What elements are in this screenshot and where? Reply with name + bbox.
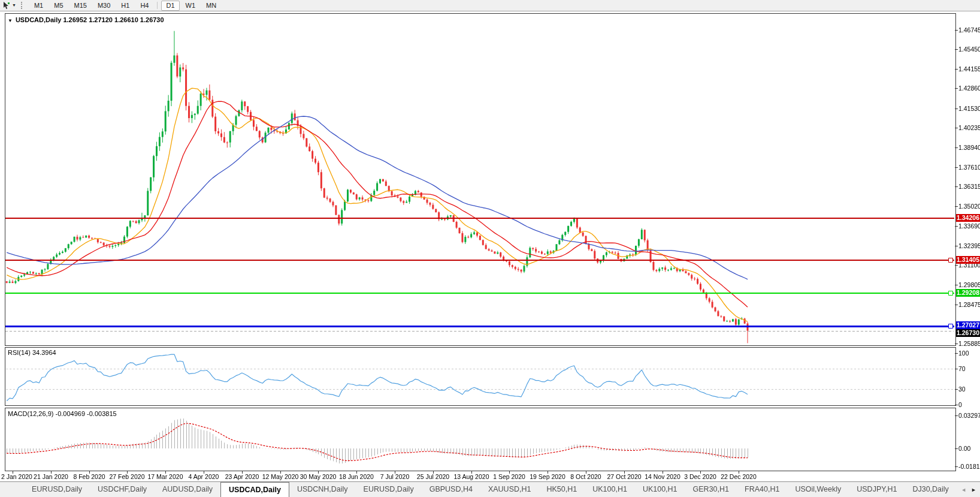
price-tick-label: 1.38940 (958, 144, 980, 151)
timeframe-button-h1[interactable]: H1 (116, 1, 134, 11)
timeframe-button-h4[interactable]: H4 (135, 1, 153, 11)
chart-tab-uk100-h1[interactable]: UK100,H1 (635, 482, 685, 497)
axis-tick (955, 226, 958, 227)
chart-title: ▼USDCAD,Daily 1.26952 1.27120 1.26610 1.… (8, 16, 164, 23)
chart-tab-usdcnh-daily[interactable]: USDCNH,Daily (289, 482, 356, 497)
axis-tick (955, 448, 958, 449)
timeframe-button-m15[interactable]: M15 (69, 1, 92, 11)
rsi-indicator-label: RSI(14) 34.3964 (8, 349, 56, 356)
axis-tick (955, 265, 958, 266)
tab-scroll-right-icon[interactable]: ► (971, 483, 976, 497)
timeframe-button-d1[interactable]: D1 (161, 1, 179, 11)
date-tick-label: 18 Jun 2020 (339, 473, 374, 480)
date-tick-label: 1 Sep 2020 (493, 473, 525, 480)
axis-tick (955, 128, 958, 128)
axis-tick (955, 69, 958, 70)
macd-level-label: 0.00 (958, 445, 970, 452)
date-tick-label: 27 Feb 2020 (110, 473, 145, 480)
axis-tick (955, 466, 958, 467)
chart-tab-xauusd-h1[interactable]: XAUUSD,H1 (480, 482, 539, 497)
hline-price-badge[interactable]: 1.27027 (956, 321, 980, 329)
timeframe-button-w1[interactable]: W1 (181, 1, 201, 11)
date-tick-label: 3 Dec 2020 (684, 473, 716, 480)
tab-scroll-left-icon[interactable]: ◄ (961, 483, 966, 497)
chart-tab-eurusd-daily[interactable]: EURUSD,Daily (24, 482, 90, 497)
axis-tick (955, 285, 958, 285)
axis-tick (955, 109, 958, 109)
chart-tab-eurusd-daily[interactable]: EURUSD,Daily (356, 482, 422, 497)
axis-tick (955, 415, 958, 416)
date-tick-label: 23 Apr 2020 (225, 473, 259, 480)
tab-scroll-controls: ◄ ► (950, 483, 980, 497)
chart-tabs: EURUSD,DailyUSDCHF,DailyAUDUSD,DailyUSDC… (0, 482, 980, 497)
toolbar-grip[interactable] (21, 2, 25, 9)
mt4-window: ▼ M1M5M15M30H1H4D1W1MN ▼USDCAD,Daily 1.2… (0, 0, 980, 497)
date-tick-label: 8 Oct 2020 (570, 473, 601, 480)
axis-tick (955, 186, 958, 187)
rsi-level-label: 30 (958, 385, 966, 393)
date-tick-label: 7 Jul 2020 (380, 473, 409, 480)
chart-tab-fra40-h1[interactable]: FRA40,H1 (737, 482, 787, 497)
macd-level-label: 0.032972 (958, 412, 980, 419)
price-tick-label: 1.25885 (958, 340, 980, 347)
rsi-level-label: 100 (958, 350, 969, 357)
price-tick-label: 1.46745 (958, 26, 980, 34)
price-tick-label: 1.29805 (958, 281, 980, 288)
date-tick-label: 8 Feb 2020 (73, 473, 105, 480)
current-price-badge: 1.26730 (956, 329, 980, 337)
cursor-icon-glyph (3, 2, 10, 10)
rsi-level-label: 0 (958, 401, 962, 408)
axis-tick (955, 389, 958, 390)
date-tick-label: 13 Aug 2020 (454, 473, 489, 480)
chart-tab-hk50-h1[interactable]: HK50,H1 (539, 482, 585, 497)
price-tick-label: 1.41530 (958, 105, 980, 112)
rsi-level-label: 70 (958, 365, 966, 372)
axis-tick (955, 167, 958, 168)
date-tick-label: 4 Apr 2020 (189, 473, 219, 480)
macd-level-label: -0.018154 (958, 463, 980, 470)
chart-tab-audusd-daily[interactable]: AUDUSD,Daily (155, 482, 220, 497)
chevron-down-icon[interactable]: ▼ (12, 1, 16, 10)
chart-tab-dj30-daily[interactable]: DJ30,Daily (905, 482, 956, 497)
axis-tick (955, 147, 958, 148)
price-tick-label: 1.35020 (958, 203, 980, 210)
chart-title-text: USDCAD,Daily 1.26952 1.27120 1.26610 1.2… (16, 16, 164, 23)
chart-tab-usdchf-daily[interactable]: USDCHF,Daily (90, 482, 155, 497)
timeframe-button-m1[interactable]: M1 (29, 1, 48, 11)
date-tick-label: 17 Mar 2020 (148, 473, 183, 480)
axis-tick (955, 30, 958, 31)
price-tick-label: 1.45450 (958, 46, 980, 53)
chart-tab-usdcad-daily[interactable]: USDCAD,Daily (220, 482, 289, 497)
toolbar-separator (157, 2, 158, 9)
chart-tab-uk100-h1[interactable]: UK100,H1 (585, 482, 635, 497)
macd-indicator-label: MACD(12,26,9) -0.004969 -0.003815 (8, 410, 117, 417)
date-tick-label: 30 May 2020 (300, 473, 337, 480)
chart-tab-bar: EURUSD,DailyUSDCHF,DailyAUDUSD,DailyUSDC… (0, 481, 980, 497)
chart-tab-usdjpy-h1[interactable]: USDJPY,H1 (849, 482, 905, 497)
chart-tab-ger30-h1[interactable]: GER30,H1 (685, 482, 737, 497)
price-tick-label: 1.44155 (958, 65, 980, 73)
axis-tick (955, 405, 958, 405)
chart-tab-usoil-weekly[interactable]: USOil,Weekly (787, 482, 849, 497)
date-tick-label: 22 Dec 2020 (721, 473, 757, 480)
cursor-icon[interactable] (2, 1, 11, 10)
axis-tick (955, 353, 958, 354)
axis-tick (955, 369, 958, 369)
axis-tick (955, 246, 958, 246)
chart-canvas[interactable] (0, 0, 980, 497)
price-tick-label: 1.42860 (958, 85, 980, 92)
axis-tick (955, 305, 958, 305)
hline-price-badge[interactable]: 1.31405 (956, 256, 980, 264)
collapse-ohlc-icon[interactable]: ▼ (8, 18, 13, 23)
axis-tick (955, 49, 958, 50)
chart-tab-gbpusd-h4[interactable]: GBPUSD,H4 (422, 482, 480, 497)
price-tick-label: 1.40235 (958, 124, 980, 131)
timeframe-button-mn[interactable]: MN (201, 1, 221, 11)
hline-price-badge[interactable]: 1.34206 (956, 214, 980, 222)
timeframe-button-m5[interactable]: M5 (49, 1, 68, 11)
date-tick-label: 12 May 2020 (262, 473, 299, 480)
price-tick-label: 1.32395 (958, 242, 980, 249)
date-tick-label: 19 Sep 2020 (530, 473, 565, 480)
timeframe-button-m30[interactable]: M30 (93, 1, 115, 11)
hline-price-badge[interactable]: 1.29208 (956, 289, 980, 297)
